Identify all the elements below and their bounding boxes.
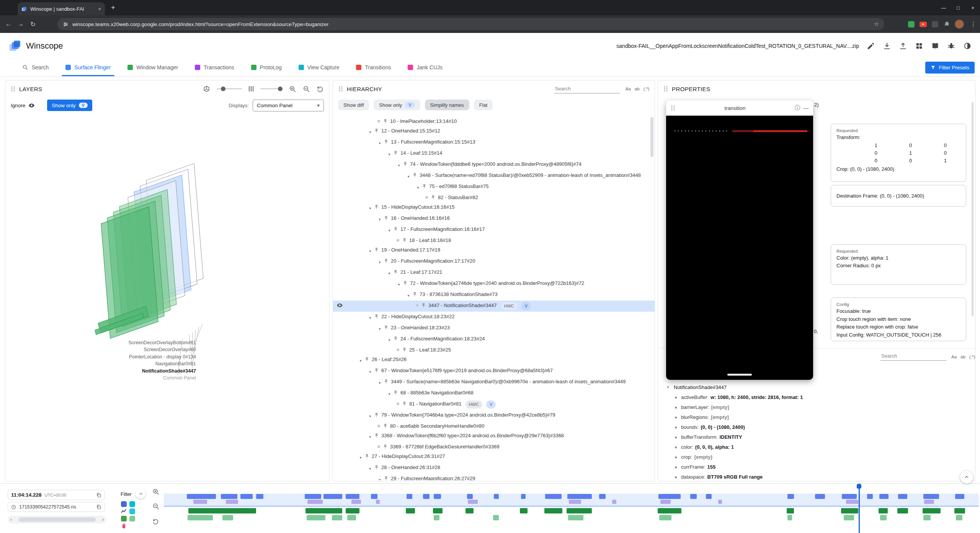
- flat-chip[interactable]: Flat: [474, 100, 493, 110]
- minimize-overlay-icon[interactable]: —: [803, 105, 808, 111]
- zoom-in-icon[interactable]: [289, 85, 296, 93]
- expand-chevron-icon[interactable]: ▼: [377, 139, 383, 147]
- pin-icon[interactable]: [384, 258, 389, 263]
- pin-icon[interactable]: [402, 238, 407, 243]
- filter-presets-button[interactable]: Filter Presets: [925, 62, 975, 74]
- expand-chevron-icon[interactable]: ▼: [405, 172, 412, 180]
- bug-report-icon[interactable]: [947, 42, 956, 50]
- hierarchy-node[interactable]: ▼73 - 8736138 NotificationShade#73: [333, 289, 655, 301]
- viewcapture-trace-icon[interactable]: [129, 508, 135, 514]
- expand-chevron-icon[interactable]: ▼: [386, 335, 392, 343]
- back-icon[interactable]: ←: [3, 20, 14, 28]
- match-case-icon[interactable]: Aa: [951, 355, 957, 359]
- expand-chevron-icon[interactable]: ▼: [665, 386, 671, 389]
- visibility-icon[interactable]: [336, 302, 343, 309]
- hierarchy-node[interactable]: ▼29 - FullscreenMagnification:26:27#29: [333, 474, 655, 480]
- properties-tree-root[interactable]: ▼ NotificationShade#3447: [658, 382, 975, 392]
- tab-protolog[interactable]: ProtoLog: [243, 59, 290, 76]
- hierarchy-node[interactable]: ▼24 - FullscreenMagnification:18:23#24: [333, 334, 655, 345]
- tab-transactions[interactable]: Transactions: [186, 59, 243, 76]
- layer-label[interactable]: ScreenDecorOverlay#60: [59, 346, 196, 353]
- hierarchy-scrollbar[interactable]: [650, 117, 653, 157]
- properties-scrollbar[interactable]: [972, 102, 973, 316]
- hierarchy-node[interactable]: 3369 - 67726bf EdgeBackGestureHandler0#3…: [333, 442, 655, 451]
- pin-icon[interactable]: [422, 184, 427, 189]
- timeline-zoom-out-icon[interactable]: [152, 503, 160, 510]
- hierarchy-node[interactable]: ▼27 - HideDisplayCutout:26:31#27: [333, 451, 655, 463]
- site-settings-icon[interactable]: [63, 21, 69, 27]
- hierarchy-node[interactable]: ▼74 - WindowToken{fdddbe6 type=2000 andr…: [333, 159, 655, 170]
- tab-view-capture[interactable]: View Capture: [290, 59, 348, 76]
- pin-icon[interactable]: [431, 195, 436, 200]
- hierarchy-node[interactable]: ▼3448 - Surface(name=ed70f88 StatusBar)/…: [333, 170, 655, 181]
- expand-chevron-icon[interactable]: ▼: [386, 389, 392, 397]
- tab-search[interactable]: Search: [14, 59, 57, 76]
- pin-icon[interactable]: [403, 162, 408, 167]
- show-diff-chip[interactable]: Show diff: [338, 100, 369, 110]
- hierarchy-node[interactable]: ▼12 - OneHanded:15:15#12: [333, 126, 655, 137]
- expand-chevron-icon[interactable]: ▼: [367, 367, 373, 375]
- tab-close-icon[interactable]: ×: [98, 6, 101, 12]
- adblock-extension-icon[interactable]: [908, 21, 915, 28]
- expand-chevron-icon[interactable]: ▼: [377, 378, 383, 386]
- hierarchy-node[interactable]: 81 - NavigationBar0#81HWCV: [333, 399, 655, 410]
- scroll-right-icon[interactable]: ›: [102, 517, 104, 522]
- bookmark-star-icon[interactable]: ☆: [874, 21, 879, 28]
- ignore-toggle[interactable]: Ignore: [11, 102, 35, 109]
- pin-icon[interactable]: [393, 336, 398, 341]
- extensions-puzzle-icon[interactable]: [943, 21, 950, 28]
- documentation-icon[interactable]: [931, 42, 939, 50]
- pin-icon[interactable]: [402, 347, 407, 352]
- expand-chevron-icon[interactable]: ▼: [358, 356, 364, 364]
- pin-icon[interactable]: [374, 204, 379, 209]
- show-only-button[interactable]: Show only V: [47, 100, 92, 111]
- expand-chevron-icon[interactable]: ▼: [386, 226, 392, 234]
- windowmanager-trace-icon[interactable]: [121, 516, 127, 522]
- hierarchy-node[interactable]: ▼16 - OneHanded:16:16#16: [333, 213, 655, 224]
- timeline-hscrollbar[interactable]: ‹ ›: [8, 516, 106, 523]
- properties-search-input[interactable]: [880, 352, 946, 361]
- layers-3d-view[interactable]: ScreenDecorOverlayBottom#61 ScreenDecorO…: [5, 117, 329, 481]
- hierarchy-node[interactable]: ▼72 - WindowToken{a2746de type=2040 andr…: [333, 278, 655, 289]
- hierarchy-node[interactable]: ▼67 - WindowToken{e5176f9 type=2019 andr…: [333, 366, 655, 377]
- hierarchy-node[interactable]: ▼3368 - WindowToken{f6b2f60 type=2024 an…: [333, 431, 655, 442]
- pin-icon[interactable]: [412, 173, 417, 178]
- profile-avatar[interactable]: [955, 20, 964, 29]
- tab-transitions[interactable]: Transitions: [348, 59, 399, 76]
- expand-chevron-icon[interactable]: ▼: [386, 269, 392, 277]
- expand-chevron-icon[interactable]: ▼: [377, 215, 383, 223]
- pin-icon[interactable]: [374, 314, 379, 319]
- timeline-canvas[interactable]: [164, 484, 979, 533]
- hierarchy-node[interactable]: ▼15 - HideDisplayCutout:16:16#15: [333, 202, 655, 213]
- spacing-slider[interactable]: [260, 88, 283, 89]
- browser-tab[interactable]: Winscope | sandbox-FAI ×: [18, 2, 105, 15]
- match-word-icon[interactable]: ab: [635, 87, 640, 91]
- copy-icon[interactable]: [96, 492, 101, 498]
- pin-icon[interactable]: [412, 292, 417, 297]
- pin-icon[interactable]: [364, 357, 369, 362]
- layer-label[interactable]: NavigationBar0#81: [59, 360, 196, 367]
- layer-label[interactable]: Common Panel: [59, 374, 196, 381]
- expand-chevron-icon[interactable]: ▼: [367, 432, 373, 440]
- layer-label[interactable]: ScreenDecorOverlayBottom#61: [59, 339, 196, 346]
- pin-icon[interactable]: [383, 119, 388, 124]
- inactive-extension-icon[interactable]: [932, 21, 938, 28]
- hierarchy-node[interactable]: ▼3449 - Surface(name=885b63e NavigationB…: [333, 377, 655, 388]
- expand-chevron-icon[interactable]: ▼: [415, 183, 421, 191]
- pin-icon[interactable]: [374, 433, 379, 438]
- hierarchy-node[interactable]: ▼75 - ed70f88 StatusBar#75: [333, 181, 655, 193]
- pin-icon[interactable]: [384, 325, 389, 330]
- expand-chevron-icon[interactable]: ▼: [367, 412, 373, 420]
- expand-chevron-icon[interactable]: ▼: [377, 258, 383, 266]
- timeline-zoom-in-icon[interactable]: [152, 488, 160, 495]
- forward-icon[interactable]: →: [15, 20, 26, 28]
- regex-icon[interactable]: (.*): [969, 355, 975, 359]
- upload-icon[interactable]: [899, 42, 907, 50]
- hierarchy-node[interactable]: 3447 - NotificationShade#3447HWCV: [333, 301, 655, 312]
- hierarchy-node[interactable]: ▼68 - 885b63e NavigationBar0#68: [333, 388, 655, 399]
- timeline-reset-zoom-icon[interactable]: [152, 518, 159, 525]
- timeline-marker[interactable]: [859, 484, 860, 533]
- window-maximize-icon[interactable]: □: [951, 5, 965, 11]
- collapse-timeline-button[interactable]: [960, 471, 973, 484]
- tab-surface-flinger[interactable]: Surface Flinger: [57, 59, 119, 76]
